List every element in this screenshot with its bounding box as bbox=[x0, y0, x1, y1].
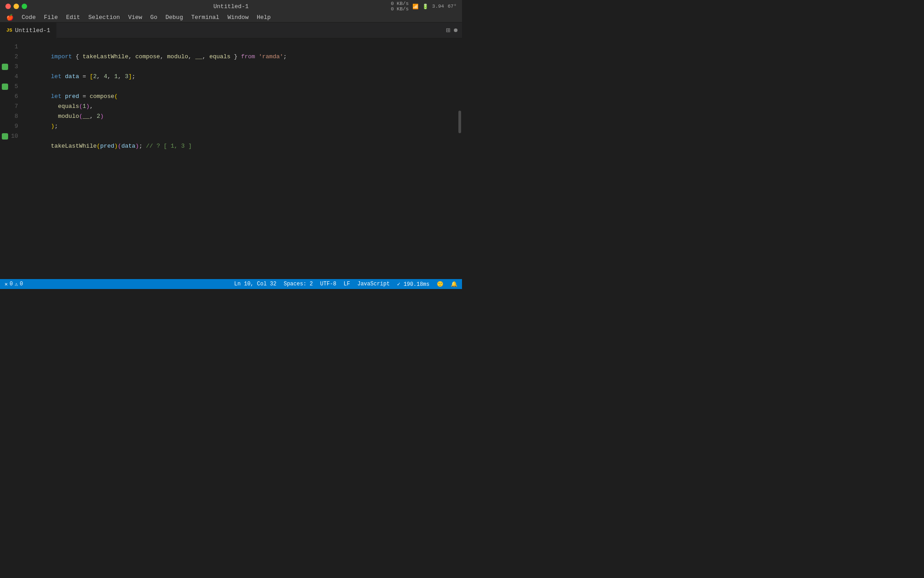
network-stats: 0 KB/s0 KB/s bbox=[391, 1, 409, 12]
code-paren4-open: ( bbox=[97, 143, 100, 149]
menu-apple[interactable]: 🍎 bbox=[3, 13, 17, 22]
code-paren-close: ) bbox=[51, 123, 55, 130]
menu-selection[interactable]: Selection bbox=[85, 13, 124, 22]
line-2: 2 bbox=[0, 52, 23, 62]
status-errors[interactable]: ✕ 0 ⚠ 0 bbox=[5, 281, 23, 288]
num-1: 1 bbox=[114, 73, 118, 80]
code-paren5-open: ( bbox=[118, 143, 121, 149]
code-brace-close: } bbox=[231, 53, 241, 60]
code-comment: // ? [ 1, 3 ] bbox=[146, 143, 192, 149]
code-line-1: import { takeLastWhile, compose, modulo,… bbox=[23, 42, 462, 52]
num-2b: 2 bbox=[97, 113, 100, 120]
code-semi1: ; bbox=[283, 53, 287, 60]
menu-help[interactable]: Help bbox=[253, 13, 274, 22]
window-title: Untitled-1 bbox=[213, 3, 249, 10]
tab-language-icon: JS bbox=[6, 28, 12, 33]
var-data: data bbox=[65, 73, 79, 80]
line-num-8: 8 bbox=[14, 113, 18, 120]
menu-debug[interactable]: Debug bbox=[162, 13, 187, 22]
menu-view[interactable]: View bbox=[125, 13, 146, 22]
status-language[interactable]: JavaScript bbox=[357, 281, 390, 288]
statusbar: ✕ 0 ⚠ 0 Ln 10, Col 32 Spaces: 2 UTF-8 LF… bbox=[0, 279, 462, 289]
code-paren-open: ( bbox=[114, 93, 118, 100]
code-comma1: , bbox=[128, 53, 135, 60]
error-count: 0 bbox=[9, 281, 13, 287]
status-encoding[interactable]: UTF-8 bbox=[320, 281, 337, 288]
breakpoint-3[interactable] bbox=[2, 64, 8, 70]
status-spaces[interactable]: Spaces: 2 bbox=[284, 281, 313, 288]
breakpoint-10[interactable] bbox=[2, 133, 8, 140]
fn-modulo2: modulo bbox=[58, 113, 79, 120]
line-num-10: 10 bbox=[11, 133, 18, 140]
wifi-icon: 📶 bbox=[412, 4, 419, 9]
menu-bar: 🍎 Code File Edit Selection View Go Debug… bbox=[0, 13, 462, 23]
keyword-import: import bbox=[51, 53, 72, 60]
status-bell[interactable]: 🔔 bbox=[451, 281, 457, 288]
code-c2: , bbox=[107, 73, 115, 80]
traffic-lights bbox=[5, 4, 27, 9]
status-timing: ✓ 190.18ms bbox=[397, 281, 430, 288]
code-line-3: let data = [2, 4, 1, 3]; bbox=[23, 62, 462, 72]
line-num-3: 3 bbox=[14, 63, 18, 70]
titlebar: Untitled-1 0 KB/s0 KB/s 📶 🔋 3.94 67° bbox=[0, 0, 462, 13]
line-num-4: 4 bbox=[14, 73, 18, 80]
code-semi4: ; bbox=[139, 143, 146, 149]
line-num-9: 9 bbox=[14, 123, 18, 130]
code-editor[interactable]: import { takeLastWhile, compose, modulo,… bbox=[23, 38, 462, 279]
titlebar-left bbox=[5, 4, 27, 9]
menu-terminal[interactable]: Terminal bbox=[188, 13, 223, 22]
code-comma2: , bbox=[160, 53, 167, 60]
menu-file[interactable]: File bbox=[40, 13, 61, 22]
code-paren5-close: ) bbox=[135, 143, 139, 149]
status-smiley[interactable]: 🙂 bbox=[437, 281, 444, 288]
code-space2 bbox=[61, 73, 65, 80]
tab-untitled1[interactable]: JS Untitled-1 bbox=[0, 23, 57, 38]
scrollbar-thumb[interactable] bbox=[458, 111, 461, 133]
code-underscore2: __ bbox=[83, 113, 90, 120]
code-semi3: ; bbox=[55, 123, 58, 130]
code-space3 bbox=[61, 93, 65, 100]
code-modulo1: modulo bbox=[167, 53, 188, 60]
code-comma3: , bbox=[188, 53, 195, 60]
code-paren3-open: ( bbox=[79, 113, 83, 120]
line-3: 3 bbox=[0, 62, 23, 72]
status-line-ending[interactable]: LF bbox=[344, 281, 350, 288]
code-compose1: compose bbox=[135, 53, 160, 60]
error-icon: ✕ bbox=[5, 281, 8, 288]
menu-window[interactable]: Window bbox=[224, 13, 252, 22]
num-3: 3 bbox=[125, 73, 129, 80]
fn-equals2: equals bbox=[58, 103, 79, 110]
code-paren2-close: ) bbox=[86, 103, 90, 110]
minimize-button[interactable] bbox=[14, 4, 19, 9]
cpu-usage: 3.94 bbox=[432, 4, 444, 9]
menu-go[interactable]: Go bbox=[147, 13, 161, 22]
var-pred2: pred bbox=[100, 143, 114, 149]
line-num-6: 6 bbox=[14, 93, 18, 100]
line-num-2: 2 bbox=[14, 53, 18, 60]
temperature: 67° bbox=[448, 4, 457, 9]
code-space bbox=[255, 53, 259, 60]
line-gutter: 1 2 3 4 5 6 7 8 9 10 bbox=[0, 38, 23, 279]
line-9: 9 bbox=[0, 121, 23, 131]
editor[interactable]: 1 2 3 4 5 6 7 8 9 10 import { takeLastWh… bbox=[0, 38, 462, 279]
line-1: 1 bbox=[0, 42, 23, 52]
breakpoint-5[interactable] bbox=[2, 84, 8, 90]
menu-edit[interactable]: Edit bbox=[62, 13, 83, 22]
var-data2: data bbox=[121, 143, 135, 149]
status-position[interactable]: Ln 10, Col 32 bbox=[234, 281, 277, 288]
line-10: 10 bbox=[0, 131, 23, 141]
code-brace-open: { bbox=[72, 53, 83, 60]
line-7: 7 bbox=[0, 102, 23, 112]
scrollbar[interactable] bbox=[457, 38, 462, 279]
split-editor-icon[interactable]: ⊞ bbox=[446, 26, 450, 35]
code-takeLast: takeLastWhile bbox=[83, 53, 128, 60]
maximize-button[interactable] bbox=[22, 4, 27, 9]
code-underscore: __ bbox=[195, 53, 203, 60]
code-paren4-close: ) bbox=[114, 143, 118, 149]
menu-code[interactable]: Code bbox=[18, 13, 39, 22]
close-button[interactable] bbox=[5, 4, 11, 9]
code-line-9 bbox=[23, 121, 462, 131]
code-comma6: , bbox=[90, 113, 97, 120]
line-num-1: 1 bbox=[14, 43, 18, 50]
code-eq1: = bbox=[79, 73, 89, 80]
